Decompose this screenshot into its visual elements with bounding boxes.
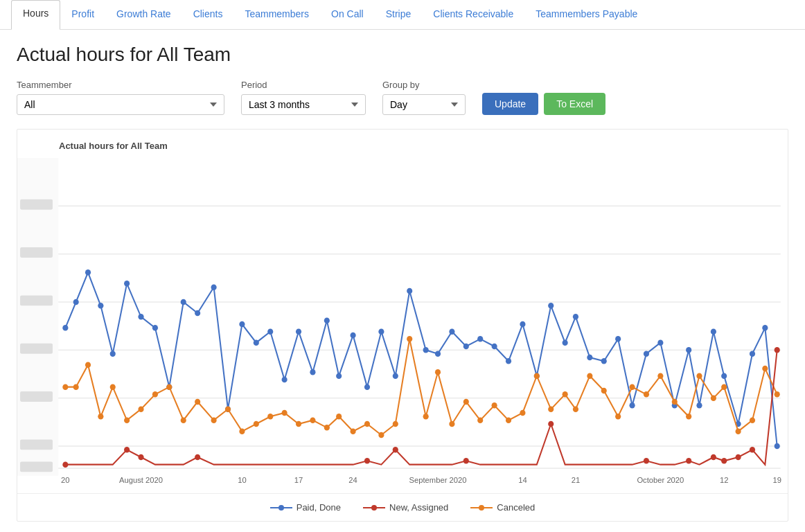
orange-dot <box>378 432 384 438</box>
orange-dot <box>195 399 200 405</box>
blue-dot <box>85 269 91 276</box>
orange-dot <box>423 414 429 420</box>
red-dot <box>393 447 398 453</box>
blue-dot <box>423 347 429 353</box>
to-excel-button[interactable]: To Excel <box>544 93 605 115</box>
orange-dot <box>393 421 398 427</box>
legend-line-orange <box>470 504 493 512</box>
tab-teammembers-payable[interactable]: Teammembers Payable <box>524 0 648 29</box>
tab-hours[interactable]: Hours <box>11 0 60 30</box>
blue-dot <box>657 339 663 346</box>
blue-dot <box>336 373 342 379</box>
svg-rect-14 <box>20 439 53 450</box>
orange-dot <box>520 410 525 416</box>
orange-dot <box>477 417 483 423</box>
orange-dot <box>573 406 578 412</box>
chart-container: Actual hours for All Team <box>17 129 788 522</box>
blue-dot <box>686 347 691 353</box>
orange-dot <box>296 421 301 427</box>
orange-dot <box>62 384 68 390</box>
blue-dot <box>711 328 716 335</box>
blue-dot <box>775 443 780 450</box>
legend-line-red <box>363 504 385 512</box>
svg-text:21: 21 <box>572 476 580 484</box>
tab-teammembers[interactable]: Teammembers <box>233 0 320 29</box>
blue-dot <box>152 325 158 331</box>
svg-point-30 <box>371 505 377 511</box>
chart-area: 20 August 2020 10 17 24 September 2020 1… <box>17 158 788 490</box>
orange-dot <box>138 406 143 412</box>
blue-dot <box>573 314 578 320</box>
orange-dot <box>775 391 780 398</box>
svg-text:19: 19 <box>772 476 781 484</box>
red-dot <box>750 447 755 453</box>
blue-dot <box>506 358 511 364</box>
orange-dot <box>534 373 540 379</box>
blue-dot <box>587 355 592 361</box>
blue-dot <box>239 321 245 328</box>
svg-text:12: 12 <box>720 476 728 484</box>
svg-text:20: 20 <box>61 476 69 484</box>
blue-dot <box>463 344 469 350</box>
svg-rect-15 <box>20 461 53 472</box>
blue-dot <box>492 344 497 350</box>
blue-dot <box>138 314 143 320</box>
update-button[interactable]: Update <box>482 93 538 115</box>
teammember-select[interactable]: All <box>17 94 224 115</box>
orange-dot <box>601 388 607 394</box>
svg-text:14: 14 <box>518 476 527 484</box>
orange-dot <box>644 391 649 398</box>
orange-dot <box>506 417 511 423</box>
blue-dot <box>351 332 356 339</box>
blue-dot <box>98 303 103 309</box>
svg-rect-9 <box>20 200 53 210</box>
blue-dot <box>762 325 768 331</box>
tab-profit[interactable]: Profit <box>60 0 105 29</box>
svg-text:August 2020: August 2020 <box>119 476 163 484</box>
period-label: Period <box>241 80 366 90</box>
orange-dot <box>324 425 330 431</box>
svg-point-32 <box>479 505 484 511</box>
red-dot <box>644 458 649 464</box>
orange-dot <box>282 410 288 416</box>
red-dot <box>686 458 691 464</box>
orange-dot <box>736 428 741 434</box>
period-filter: Period Last 3 months Last month Last wee… <box>241 80 366 115</box>
svg-point-28 <box>278 505 284 511</box>
svg-text:24: 24 <box>348 476 357 484</box>
red-dot <box>711 454 716 461</box>
tab-clients-receivable[interactable]: Clients Receivable <box>422 0 524 29</box>
blue-line <box>65 272 777 446</box>
blue-dot <box>520 321 525 328</box>
orange-dot <box>98 414 103 420</box>
filters-row: Teammember All Period Last 3 months Last… <box>17 80 788 115</box>
orange-dot <box>239 428 245 434</box>
groupby-select[interactable]: Day Week Month <box>382 94 466 115</box>
orange-dot <box>225 406 231 412</box>
tab-stripe[interactable]: Stripe <box>375 0 423 29</box>
tab-growth-rate[interactable]: Growth Rate <box>105 0 182 29</box>
blue-dot <box>110 351 116 357</box>
blue-dot <box>407 288 412 294</box>
tab-on-call[interactable]: On Call <box>320 0 375 29</box>
svg-text:September 2020: September 2020 <box>409 476 467 484</box>
blue-dot <box>601 358 607 364</box>
blue-dot <box>644 351 649 357</box>
blue-dot <box>310 369 315 375</box>
orange-dot <box>85 362 91 368</box>
orange-dot <box>721 384 727 390</box>
tab-clients[interactable]: Clients <box>182 0 234 29</box>
teammember-filter: Teammember All <box>17 80 224 115</box>
blue-dot <box>124 281 130 287</box>
tabs-bar: Hours Profit Growth Rate Clients Teammem… <box>0 0 805 30</box>
blue-dot <box>324 317 330 323</box>
chart-legend: Paid, Done New, Assigned Canceled <box>17 493 788 521</box>
blue-dot <box>181 299 186 305</box>
orange-dot <box>492 402 497 409</box>
teammember-label: Teammember <box>17 80 224 90</box>
period-select[interactable]: Last 3 months Last month Last week This … <box>241 94 366 115</box>
blue-dot <box>435 351 441 357</box>
blue-dot <box>721 373 727 379</box>
orange-dot <box>435 369 441 375</box>
blue-dot <box>195 310 200 317</box>
